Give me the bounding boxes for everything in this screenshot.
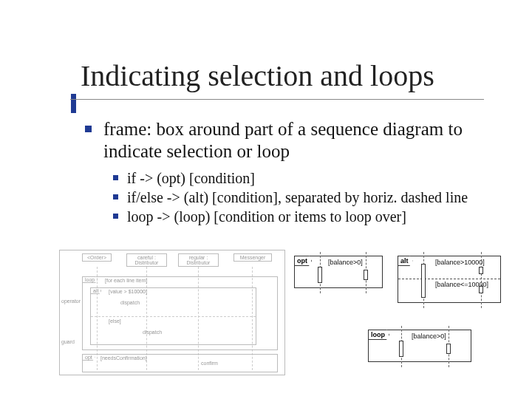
bullet-square-icon [113,194,118,200]
activation-bar [318,267,322,283]
frame-loop: loop [for each line item] alt [value > $… [82,276,278,350]
title-underline [70,99,484,100]
activation-bar [421,264,426,298]
msg-label: confirm [201,361,218,366]
alt-separator [91,316,256,317]
frame-tag-alt: alt [398,256,413,266]
frame-tag-opt: opt [82,354,95,361]
opt-frame: opt [balance>0] [294,256,383,288]
bullet-square-icon [113,214,118,219]
participant-regular: regular : Distributor [178,253,219,267]
frame-tag-opt: opt [294,256,312,266]
activation-bar [479,286,483,293]
frame-condition: [balance>0] [328,259,363,266]
loop-frame: loop [balance>0] [368,330,471,362]
frame-tag-loop: loop [368,330,389,340]
sequence-diagram-large: <Order> careful : Distributor regular : … [59,250,285,375]
activation-bar [446,344,451,354]
bullet-square-icon [113,175,118,180]
msg-label: dispatch [143,330,162,335]
frame-condition-1: [balance>10000] [435,259,485,266]
alt-frame: alt [balance>10000] [balance<=10000] [398,256,501,303]
body-content: frame: box around part of a sequence dia… [85,118,502,227]
frame-cond: [for each line item] [105,278,147,283]
participant-messenger: Messenger [233,253,272,262]
frame-alt: alt [value > $10000] dispatch [else] dis… [90,287,256,345]
frame-tag-loop: loop [82,276,98,283]
alt-separator [398,279,500,279]
participant-careful: careful : Distributor [126,253,167,267]
bullet-text: if -> (opt) [condition] [127,169,255,187]
diagrams-area: <Order> careful : Distributor regular : … [59,250,502,383]
slide-title: Indicating selection and loops [81,58,434,93]
lifeline [481,252,482,308]
bullet-level2: if/else -> (alt) [condition], separated … [113,188,502,206]
frame-cond: [needsConfirmation] [100,355,147,361]
bullet-text: frame: box around part of a sequence dia… [103,118,502,162]
bullet-square-icon [85,126,92,132]
activation-bar [479,267,483,274]
msg-label: dispatch [120,300,140,305]
bullet-text: if/else -> (alt) [condition], separated … [127,188,468,206]
activation-bar [364,270,368,280]
bullet-level2: loop -> (loop) [condition or items to lo… [113,208,502,225]
bullet-text: loop -> (loop) [condition or items to lo… [127,208,406,225]
bullet-level2: if -> (opt) [condition] [113,169,502,187]
frame-condition: [balance>0] [412,332,446,340]
frame-tag-alt: alt [90,287,101,294]
activation-bar [399,341,403,357]
side-label-operator: operator [61,299,81,304]
bullet-level1: frame: box around part of a sequence dia… [85,118,502,162]
frame-cond: [value > $10000] [109,289,147,294]
title-accent [71,94,76,113]
side-label-guard: guard [61,339,75,344]
frame-opt: opt [needsConfirmation] confirm [82,354,278,372]
sub-bullets: if -> (opt) [condition] if/else -> (alt)… [113,169,502,225]
participant-order: <Order> [82,253,112,262]
frame-cond: [else] [109,318,121,324]
